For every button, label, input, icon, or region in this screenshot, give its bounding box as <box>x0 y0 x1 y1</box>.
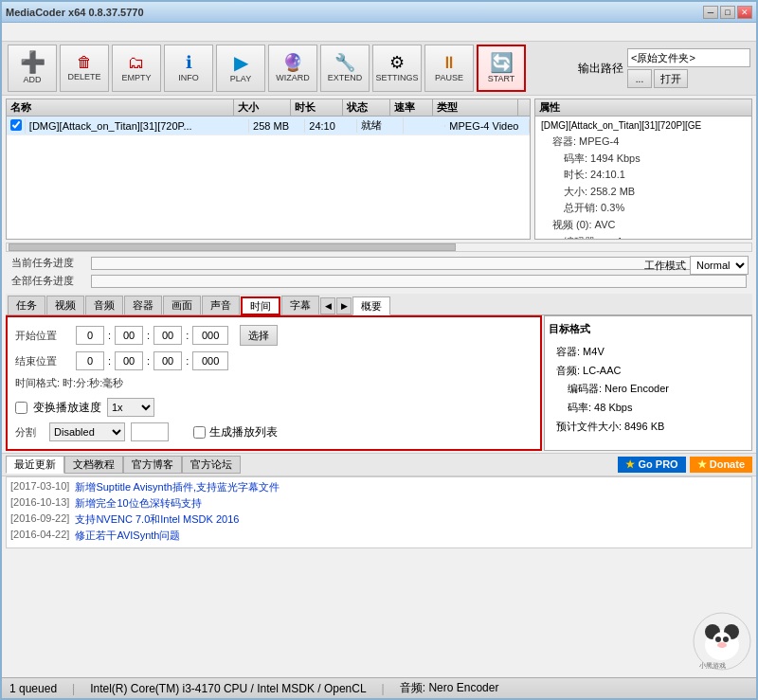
tab-arrow-right[interactable]: ▶ <box>336 297 352 314</box>
pause-button[interactable]: ⏸ PAUSE <box>424 45 474 92</box>
tab-sound[interactable]: 声音 <box>202 296 240 314</box>
news-tabs-bar: 最近更新 文档教程 官方博客 官方论坛 ★ Go PRO ★ Donate <box>2 453 756 476</box>
target-format-panel: 目标格式 容器: M4V 音频: LC-AAC 编码器: Nero Encode… <box>544 315 752 451</box>
app-title: MediaCoder x64 0.8.37.5770 <box>6 7 144 18</box>
prop-video: 视频 (0): AVC <box>537 217 749 234</box>
minimize-button[interactable]: ─ <box>703 6 718 19</box>
news-tab-blog[interactable]: 官方博客 <box>123 456 182 474</box>
tabs-content: 开始位置 : : : 选择 结束位置 : : <box>6 315 752 451</box>
start-button[interactable]: 🔄 START <box>477 45 526 92</box>
speed-select[interactable]: 1x 2x 0.5x <box>107 398 154 417</box>
target-encoder: 编码器: Nero Encoder <box>549 380 748 399</box>
status-cpu: Intel(R) Core(TM) i3-4170 CPU / Intel MS… <box>90 682 366 695</box>
start-position-row: 开始位置 : : : 选择 <box>15 325 532 346</box>
start-select-button[interactable]: 选择 <box>240 325 278 346</box>
tab-summary[interactable]: 概要 <box>352 296 390 315</box>
extend-label: EXTEND <box>328 73 363 82</box>
news-tab-docs[interactable]: 文档教程 <box>64 456 123 474</box>
output-open-button[interactable]: 打开 <box>654 69 688 88</box>
status-bar: 1 queued | Intel(R) Core(TM) i3-4170 CPU… <box>2 677 756 698</box>
start-hour[interactable] <box>76 326 104 345</box>
start-label: 开始位置 <box>15 329 72 343</box>
start-min[interactable] <box>115 326 143 345</box>
time-format-label: 时间格式: 时:分:秒:毫秒 <box>15 377 123 388</box>
file-list-scrollbar[interactable] <box>6 242 752 252</box>
menu-bar <box>2 23 756 42</box>
start-label: START <box>488 74 515 83</box>
tab-task[interactable]: 任务 <box>8 296 45 314</box>
maximize-button[interactable]: □ <box>720 6 735 19</box>
info-icon: ℹ <box>186 54 192 71</box>
all-progress-row: 全部任务进度 <box>8 272 750 290</box>
split-row: 分割 Disabled By Size By Duration 生成播放列表 <box>15 422 532 441</box>
col-speed: 速率 <box>390 99 433 116</box>
speed-checkbox[interactable] <box>15 402 27 414</box>
table-row[interactable]: [DMG][Attack_on_Titan][31][720P... 258 M… <box>7 117 530 135</box>
wizard-button[interactable]: 🔮 WIZARD <box>268 45 317 92</box>
tab-arrow-left[interactable]: ◀ <box>320 297 335 314</box>
row-name: [DMG][Attack_on_Titan][31][720P... <box>26 119 249 133</box>
extend-button[interactable]: 🔧 EXTEND <box>320 45 370 92</box>
play-button[interactable]: ▶ PLAY <box>216 45 265 92</box>
svg-point-5 <box>715 637 721 642</box>
target-abitrate: 码率: 48 Kbps <box>549 399 748 418</box>
news-list: [2017-03-10] 新增Suptitle Avisynth插件,支持蓝光字… <box>6 476 752 548</box>
window-controls: ─ □ ✕ <box>703 6 752 19</box>
output-browse-button[interactable]: ... <box>627 69 652 88</box>
end-ms[interactable] <box>192 351 228 370</box>
properties-panel: 属性 [DMG][Attack_on_Titan][31][720P][GE 容… <box>534 99 752 240</box>
start-sec[interactable] <box>153 326 182 345</box>
row-speed <box>404 125 445 127</box>
end-position-row: 结束位置 : : : <box>15 351 532 370</box>
prop-vcodec: 编码器: avc1 <box>537 234 749 239</box>
col-name: 名称 <box>7 99 234 116</box>
close-button[interactable]: ✕ <box>737 6 752 19</box>
go-pro-button[interactable]: ★ Go PRO <box>618 457 685 473</box>
speed-label: 变换播放速度 <box>33 400 101 416</box>
start-ms[interactable] <box>192 326 228 345</box>
tab-container[interactable]: 容器 <box>124 296 162 314</box>
tab-subtitle[interactable]: 字幕 <box>281 296 319 314</box>
row-checkbox[interactable] <box>10 119 22 131</box>
news-tab-forum[interactable]: 官方论坛 <box>182 456 241 474</box>
tab-audio[interactable]: 音频 <box>85 296 123 314</box>
target-filesize: 预计文件大小: 8496 KB <box>549 418 748 437</box>
work-mode-select[interactable]: Normal Fast Slow <box>690 256 749 275</box>
tab-time[interactable]: 时间 <box>241 296 280 315</box>
wizard-icon: 🔮 <box>282 54 303 71</box>
settings-label: SETTINGS <box>375 73 418 82</box>
split-select[interactable]: Disabled By Size By Duration <box>49 422 125 441</box>
add-label: ADD <box>23 75 41 84</box>
tabs-area: 任务 视频 音频 容器 画面 声音 时间 字幕 ◀ ▶ 概要 开始位置 : : <box>6 294 752 451</box>
status-queue: 1 queued <box>9 682 57 695</box>
extend-icon: 🔧 <box>334 54 355 71</box>
gen-playlist-checkbox[interactable] <box>193 426 206 439</box>
tab-video[interactable]: 视频 <box>46 296 84 314</box>
end-min[interactable] <box>115 351 143 370</box>
list-item: [2016-04-22] 修正若干AVISynth问题 <box>10 528 748 544</box>
row-duration: 24:10 <box>305 119 356 133</box>
delete-button[interactable]: 🗑 DELETE <box>60 45 109 92</box>
news-tab-updates[interactable]: 最近更新 <box>6 456 64 474</box>
end-hour[interactable] <box>76 351 104 370</box>
empty-button[interactable]: 🗂 EMPTY <box>112 45 161 92</box>
play-label: PLAY <box>230 74 251 83</box>
settings-button[interactable]: ⚙ SETTINGS <box>372 45 422 92</box>
info-button[interactable]: ℹ INFO <box>164 45 213 92</box>
split-label: 分割 <box>15 425 44 440</box>
status-audio: 音频: Nero Encoder <box>400 680 499 696</box>
donate-button[interactable]: ★ Donate <box>690 457 752 473</box>
all-progress-label: 全部任务进度 <box>11 274 87 288</box>
end-sec[interactable] <box>153 351 182 370</box>
pause-label: PAUSE <box>435 73 463 82</box>
time-panel: 开始位置 : : : 选择 结束位置 : : <box>6 315 542 451</box>
target-container: 容器: M4V <box>549 343 748 362</box>
split-size-input[interactable] <box>131 422 169 441</box>
tab-picture[interactable]: 画面 <box>163 296 201 314</box>
add-button[interactable]: ➕ ADD <box>8 45 57 92</box>
prop-bitrate: 码率: 1494 Kbps <box>537 151 749 168</box>
work-mode-area: 工作模式 Normal Fast Slow <box>644 256 749 275</box>
prop-container: 容器: MPEG-4 <box>537 134 749 151</box>
end-label: 结束位置 <box>15 354 72 368</box>
output-path-input[interactable] <box>627 48 750 67</box>
